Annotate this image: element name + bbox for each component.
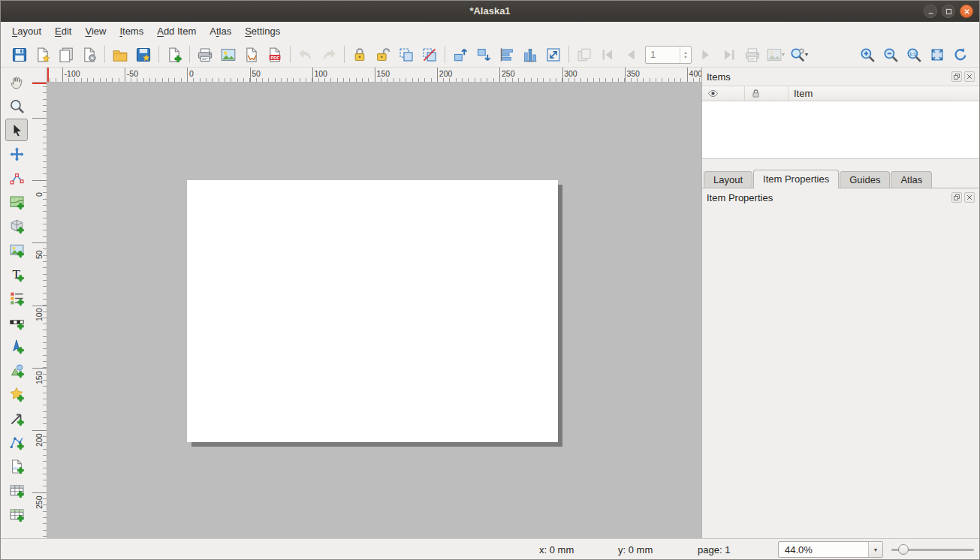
add-items-from-template-button[interactable] <box>109 44 131 66</box>
align-selected-items-button[interactable] <box>496 44 518 66</box>
preview-atlas-button[interactable] <box>573 44 596 66</box>
zoom-tool[interactable] <box>5 95 28 117</box>
last-feature-button[interactable] <box>718 44 740 66</box>
window-minimize-button[interactable] <box>924 5 937 18</box>
add-north-arrow-tool[interactable] <box>5 335 28 357</box>
zoom-slider[interactable] <box>891 539 975 560</box>
add-node-item-tool[interactable] <box>5 431 28 453</box>
h-ruler-label: 250 <box>502 69 515 78</box>
duplicate-layout-button[interactable] <box>55 44 77 66</box>
group-items-button[interactable] <box>395 44 418 66</box>
right-panel: Items Item LayoutItem PropertiesGuidesAt… <box>701 68 979 538</box>
zoom-slider-handle[interactable] <box>898 544 909 555</box>
tab-item-properties[interactable]: Item Properties <box>753 170 839 188</box>
export-as-image-button[interactable] <box>217 44 240 66</box>
menu-add-item[interactable]: Add Item <box>150 22 203 42</box>
atlas-settings-button[interactable]: ▼ <box>788 44 810 66</box>
resize-selected-items-button[interactable] <box>542 44 565 66</box>
menu-edit[interactable]: Edit <box>48 22 78 42</box>
refresh-icon <box>952 47 969 63</box>
add-marker-tool[interactable] <box>5 383 28 405</box>
hand-icon <box>9 74 25 90</box>
distribute-selected-items-button[interactable] <box>519 44 541 66</box>
h-ruler-label: 300 <box>564 69 577 78</box>
zoom-level-combo[interactable]: 44.0% ▼ <box>778 541 883 558</box>
menu-view[interactable]: View <box>78 22 113 42</box>
zoom-full-button[interactable] <box>926 44 948 66</box>
export-atlas-button[interactable]: ▼ <box>764 44 787 66</box>
menu-items[interactable]: Items <box>113 22 150 42</box>
items-list[interactable] <box>702 101 979 159</box>
page-number-label: page: 1 <box>698 544 730 555</box>
toolbar-separator <box>189 46 190 63</box>
add-attribute-table-tool[interactable] <box>5 479 28 501</box>
spinbox-arrows-icon[interactable]: ▲▼ <box>680 47 691 63</box>
lower-selected-items-button[interactable] <box>472 44 495 66</box>
previous-feature-button[interactable] <box>620 44 642 66</box>
h-ruler-label: -100 <box>65 69 80 78</box>
lock-selected-items-button[interactable] <box>348 44 371 66</box>
tab-atlas[interactable]: Atlas <box>891 171 932 188</box>
unlock-all-items-button[interactable] <box>372 44 394 66</box>
save-project-button[interactable] <box>8 44 31 66</box>
items-panel-float-button[interactable] <box>951 71 962 82</box>
print-atlas-button[interactable] <box>741 44 764 66</box>
redo-button[interactable] <box>318 44 340 66</box>
ruler-corner <box>32 68 47 83</box>
move-item-content-tool[interactable] <box>5 143 28 165</box>
item-properties-float-button[interactable] <box>951 192 962 203</box>
save-as-template-button[interactable] <box>132 44 155 66</box>
add-html-tool[interactable]: </> <box>5 455 28 477</box>
add-3d-map-tool[interactable] <box>5 215 28 237</box>
ungroup-icon <box>421 47 438 63</box>
printer-icon <box>197 47 213 63</box>
lock-icon <box>351 47 368 63</box>
menu-settings[interactable]: Settings <box>238 22 287 42</box>
items-panel-close-button[interactable] <box>964 71 975 82</box>
export-as-svg-button[interactable] <box>240 44 263 66</box>
add-scalebar-tool[interactable] <box>5 311 28 333</box>
select-move-item-tool[interactable] <box>5 119 28 141</box>
menu-layout[interactable]: Layout <box>5 22 48 42</box>
pan-layout-tool[interactable] <box>5 71 28 93</box>
first-feature-button[interactable] <box>596 44 619 66</box>
zoom-out-button[interactable] <box>879 44 902 66</box>
add-pages-button[interactable] <box>163 44 185 66</box>
add-picture-tool[interactable] <box>5 239 28 261</box>
zoom-actual-icon: 1:1 <box>906 47 922 63</box>
add-map-tool[interactable] <box>5 191 28 213</box>
h-ruler-label: 200 <box>439 69 453 78</box>
window-maximize-button[interactable] <box>942 5 955 18</box>
refresh-view-button[interactable] <box>949 44 972 66</box>
window-close-button[interactable] <box>960 5 973 18</box>
raise-selected-items-button[interactable] <box>449 44 472 66</box>
add-fixed-table-tool[interactable] <box>5 503 28 525</box>
add-label-tool[interactable]: T <box>5 263 28 285</box>
zoom-in-button[interactable] <box>856 44 879 66</box>
add-arrow-tool[interactable] <box>5 407 28 429</box>
layout-page[interactable] <box>187 180 558 442</box>
tab-guides[interactable]: Guides <box>840 171 890 188</box>
v-ruler-label: 100 <box>35 309 44 322</box>
layout-manager-button[interactable] <box>78 44 101 66</box>
atlas-page-spinbox[interactable]: 1▲▼ <box>645 46 692 64</box>
combo-dropdown-icon[interactable]: ▼ <box>868 542 882 557</box>
add-legend-tool[interactable] <box>5 287 28 309</box>
undo-button[interactable] <box>294 44 317 66</box>
new-layout-button[interactable] <box>32 44 54 66</box>
v-ruler-label: 250 <box>35 495 44 509</box>
atlas-icon <box>576 47 593 63</box>
layout-canvas[interactable] <box>47 83 701 538</box>
add-shape-tool[interactable] <box>5 359 28 381</box>
menu-atlas[interactable]: Atlas <box>203 22 238 42</box>
item-properties-close-button[interactable] <box>964 192 975 203</box>
ungroup-items-button[interactable] <box>418 44 441 66</box>
edit-nodes-item-tool[interactable] <box>5 167 28 189</box>
zoom-actual-button[interactable]: 1:1 <box>903 44 925 66</box>
horizontal-ruler: -100-50050100150200250300350400 <box>47 68 701 83</box>
export-as-pdf-button[interactable]: PDF <box>264 44 286 66</box>
v-ruler-label: 150 <box>35 371 44 384</box>
next-feature-button[interactable] <box>695 44 717 66</box>
tab-layout[interactable]: Layout <box>704 171 752 188</box>
print-layout-button[interactable] <box>194 44 216 66</box>
